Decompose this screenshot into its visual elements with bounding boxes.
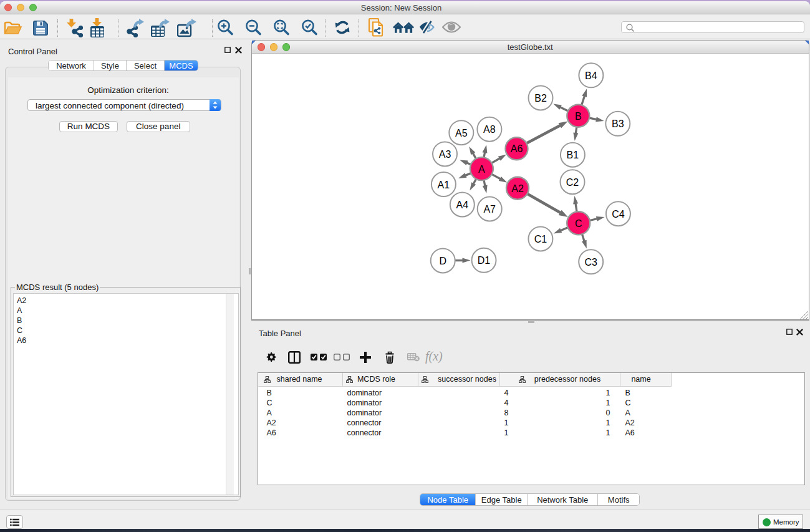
svg-text:A6: A6 — [511, 143, 523, 154]
svg-text:A4: A4 — [456, 200, 469, 210]
svg-text:A1: A1 — [438, 180, 450, 190]
svg-text:A: A — [478, 164, 485, 175]
svg-text:A5: A5 — [455, 128, 468, 138]
svg-text:C2: C2 — [566, 177, 579, 188]
svg-text:f(x): f(x) — [425, 351, 443, 364]
svg-text:C4: C4 — [612, 209, 625, 220]
svg-text:C: C — [575, 218, 582, 229]
svg-text:C1: C1 — [534, 234, 547, 244]
svg-text:B1: B1 — [567, 150, 579, 160]
svg-text:A7: A7 — [483, 204, 496, 215]
svg-text:B2: B2 — [534, 93, 547, 104]
svg-text:B3: B3 — [612, 118, 624, 129]
svg-text:B: B — [575, 111, 582, 122]
svg-text:A2: A2 — [511, 183, 524, 194]
svg-text:D1: D1 — [478, 255, 491, 266]
svg-text:A3: A3 — [439, 149, 451, 160]
svg-text:B4: B4 — [585, 70, 597, 81]
svg-text:D: D — [439, 256, 446, 266]
svg-text:C3: C3 — [584, 257, 597, 268]
svg-text:A8: A8 — [483, 124, 496, 135]
